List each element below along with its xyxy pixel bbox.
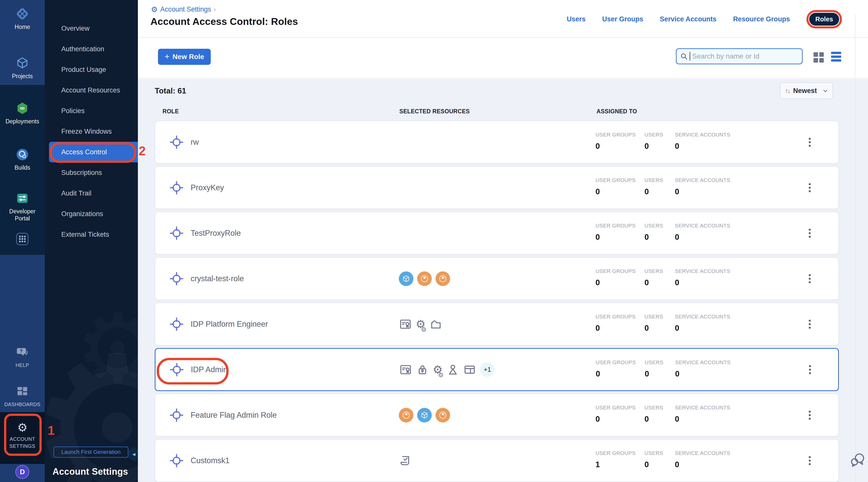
settings-nav-external-tickets[interactable]: External Tickets bbox=[45, 224, 138, 245]
role-crosshair-icon bbox=[169, 408, 184, 422]
role-crosshair-icon bbox=[169, 226, 184, 241]
new-role-button[interactable]: + New Role bbox=[158, 49, 211, 65]
column-selected-resources: SELECTED RESOURCES bbox=[399, 108, 470, 115]
row-menu-button[interactable] bbox=[806, 181, 813, 195]
settings-nav-subscriptions[interactable]: Subscriptions bbox=[45, 162, 138, 183]
settings-nav-policies[interactable]: Policies bbox=[45, 100, 138, 121]
toolbar: + New Role bbox=[138, 38, 868, 79]
row-menu-button[interactable] bbox=[806, 272, 813, 286]
role-row-proxykey[interactable]: ProxyKeyUSER GROUPS0USERS0SERVICE ACCOUN… bbox=[155, 166, 839, 209]
row-menu-button[interactable] bbox=[806, 135, 813, 149]
settings-sidebar: ⚙ ⚙ OverviewAuthenticationProduct UsageA… bbox=[45, 0, 138, 482]
role-row-testproxyrole[interactable]: TestProxyRoleUSER GROUPS0USERS0SERVICE A… bbox=[155, 212, 839, 254]
role-row-customsk1[interactable]: Customsk1USER GROUPS1USERS0SERVICE ACCOU… bbox=[155, 439, 839, 482]
role-name[interactable]: Feature Flag Admin Role bbox=[191, 411, 277, 420]
sort-dropdown[interactable]: ↑↓ Newest bbox=[780, 83, 833, 99]
sidebar-footer-title: Account Settings bbox=[53, 466, 128, 477]
user-avatar[interactable]: D bbox=[15, 465, 29, 479]
home-icon bbox=[15, 6, 30, 21]
role-name[interactable]: IDP Platform Engineer bbox=[191, 320, 268, 329]
tab-roles[interactable]: Roles bbox=[809, 13, 839, 26]
role-crosshair-icon bbox=[169, 362, 184, 377]
rail-item-account-settings[interactable]: ⚙ACCOUNT SETTINGS bbox=[0, 422, 45, 450]
avatar-initial: D bbox=[20, 468, 25, 476]
rail-item-deployments[interactable]: ∞Deployments bbox=[0, 101, 45, 125]
rail-item-projects[interactable]: Projects bbox=[0, 56, 45, 80]
gears-icon: ⚙⚙ bbox=[416, 317, 426, 331]
settings-nav-account-resources[interactable]: Account Resources bbox=[45, 80, 138, 100]
settings-nav-authentication[interactable]: Authentication bbox=[45, 39, 138, 59]
tab-service-accounts[interactable]: Service Accounts bbox=[660, 15, 717, 23]
sidebar-collapse-button[interactable]: ◂ bbox=[129, 447, 138, 461]
rail-item-builds[interactable]: Builds bbox=[0, 147, 45, 171]
flag-orange-icon bbox=[435, 408, 450, 422]
rail-item-label: Developer Portal bbox=[2, 208, 42, 222]
settings-nav-freeze-windows[interactable]: Freeze Windows bbox=[45, 121, 138, 142]
search-box[interactable] bbox=[676, 48, 803, 64]
role-row-idp-admin[interactable]: IDP Admin⚙⚙+1USER GROUPS0USERS0SERVICE A… bbox=[155, 348, 839, 391]
settings-nav-product-usage[interactable]: Product Usage bbox=[45, 59, 138, 80]
role-name[interactable]: IDP Admin bbox=[191, 365, 227, 374]
stat-user-groups: USER GROUPS0 bbox=[595, 223, 636, 242]
rail-item-label: HELP bbox=[16, 362, 29, 369]
row-menu-button[interactable] bbox=[806, 363, 813, 377]
rail-item-help[interactable]: ?HELP bbox=[0, 345, 45, 369]
chevron-down-icon bbox=[823, 88, 828, 93]
row-menu-button[interactable] bbox=[806, 408, 813, 422]
rail-item-label: Home bbox=[14, 23, 30, 30]
svg-text:∞: ∞ bbox=[20, 104, 25, 112]
settings-nav-access-control[interactable]: Access Control bbox=[49, 142, 138, 162]
rail-item-home[interactable]: Home bbox=[0, 6, 45, 30]
role-name[interactable]: rw bbox=[191, 138, 199, 147]
list-view-button[interactable] bbox=[831, 52, 841, 62]
gears-icon: ⚙⚙ bbox=[433, 363, 442, 377]
certificate-icon bbox=[399, 318, 412, 331]
row-menu-button[interactable] bbox=[806, 317, 813, 331]
dashboards-icon bbox=[15, 384, 30, 398]
grid-view-button[interactable] bbox=[813, 52, 824, 63]
role-name[interactable]: Customsk1 bbox=[191, 456, 229, 465]
breadcrumb-link[interactable]: Account Settings bbox=[160, 5, 211, 13]
collapse-arrow-icon: ◂ bbox=[132, 451, 135, 458]
gear-watermark-small-icon: ⚙ bbox=[75, 301, 138, 397]
tab-resource-groups[interactable]: Resource Groups bbox=[733, 15, 790, 23]
role-row-rw[interactable]: rwUSER GROUPS0USERS0SERVICE ACCOUNTS0 bbox=[155, 121, 839, 163]
stat-users: USERS0 bbox=[645, 359, 663, 379]
box-blue-icon bbox=[417, 408, 432, 422]
rail-item-dashboards[interactable]: DASHBOARDS bbox=[0, 384, 45, 408]
role-crosshair-icon bbox=[169, 135, 184, 150]
row-menu-button[interactable] bbox=[806, 226, 813, 240]
settings-nav-audit-trail[interactable]: Audit Trail bbox=[45, 183, 138, 204]
flag-orange-icon bbox=[435, 271, 450, 286]
help-icon: ? bbox=[15, 345, 30, 359]
row-menu-button[interactable] bbox=[806, 454, 813, 468]
breadcrumb[interactable]: ⚙ Account Settings › bbox=[151, 5, 216, 13]
rail-item-label: ACCOUNT SETTINGS bbox=[2, 435, 42, 450]
role-crosshair-icon bbox=[169, 180, 184, 195]
tab-user-groups[interactable]: User Groups bbox=[602, 15, 643, 23]
launch-first-generation-button[interactable]: Launch First Generation bbox=[54, 447, 128, 458]
chat-bubbles-icon[interactable] bbox=[849, 451, 866, 469]
role-name[interactable]: TestProxyRole bbox=[191, 229, 241, 238]
column-role: ROLE bbox=[162, 108, 179, 115]
roles-list-area: Total: 61 ↑↓ Newest ROLE SELECTED RESOUR… bbox=[138, 79, 868, 482]
role-row-crystal-test-role[interactable]: crystal-test-roleUSER GROUPS0USERS0SERVI… bbox=[155, 257, 839, 300]
settings-nav-organizations[interactable]: Organizations bbox=[45, 204, 138, 224]
search-input[interactable] bbox=[692, 52, 799, 60]
tab-users[interactable]: Users bbox=[567, 15, 585, 23]
role-row-feature-flag-admin-role[interactable]: Feature Flag Admin RoleUSER GROUPS0USERS… bbox=[155, 394, 839, 436]
rail-item-module-picker[interactable] bbox=[0, 232, 45, 246]
role-row-idp-platform-engineer[interactable]: IDP Platform Engineer⚙⚙USER GROUPS0USERS… bbox=[155, 303, 839, 345]
gear-watermark-icon: ⚙ bbox=[45, 329, 138, 482]
lock-icon bbox=[416, 363, 429, 376]
rail-item-developer-portal[interactable]: Developer Portal bbox=[0, 191, 45, 222]
scrollbar-track[interactable] bbox=[855, 14, 856, 482]
settings-nav-overview[interactable]: Overview bbox=[45, 18, 138, 39]
deployments-icon: ∞ bbox=[15, 101, 30, 116]
gear-icon: ⚙ bbox=[151, 6, 158, 13]
role-name[interactable]: crystal-test-role bbox=[191, 274, 244, 283]
selected-resources bbox=[399, 394, 450, 436]
stat-service-accounts: SERVICE ACCOUNTS0 bbox=[675, 313, 731, 333]
role-name[interactable]: ProxyKey bbox=[191, 183, 224, 192]
plus-icon: + bbox=[164, 52, 169, 61]
